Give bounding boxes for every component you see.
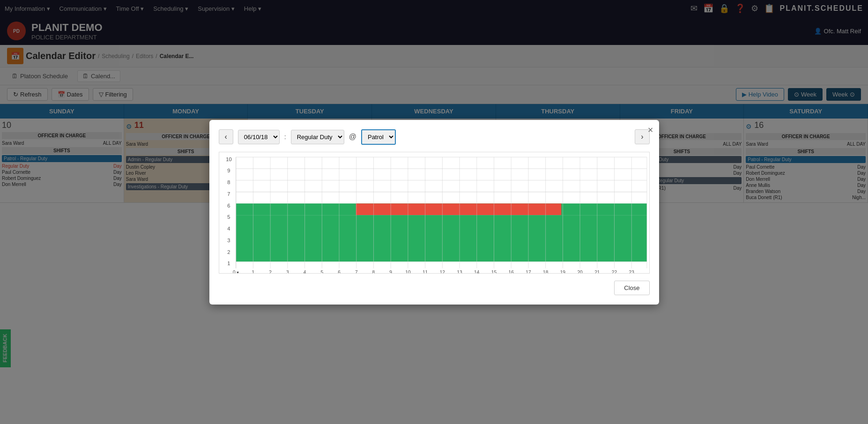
y-label-8: 8 bbox=[227, 179, 230, 185]
modal-footer: Close bbox=[219, 281, 650, 295]
modal-duty-select[interactable]: Regular Duty bbox=[291, 130, 344, 144]
x-label-11: 11 bbox=[422, 270, 428, 273]
modal-prev-button[interactable]: ‹ bbox=[219, 129, 233, 144]
x-label-7: 7 bbox=[355, 270, 357, 273]
x-label-3: 3 bbox=[286, 270, 289, 273]
colon-separator: : bbox=[284, 133, 286, 141]
y-label-1: 1 bbox=[227, 260, 230, 266]
staffing-chart: 10 9 8 7 6 5 4 3 2 1 bbox=[219, 152, 650, 274]
staffing-chart-modal: × ‹ 06/10/18 : Regular Duty @ Patrol › 1… bbox=[209, 120, 659, 305]
x-label-23: 23 bbox=[629, 270, 634, 273]
red-overlay-row6 bbox=[356, 203, 561, 215]
x-label-19: 19 bbox=[560, 270, 565, 273]
x-label-8: 8 bbox=[372, 270, 375, 273]
modal-close-x-button[interactable]: × bbox=[648, 125, 653, 135]
x-label-2: 2 bbox=[269, 270, 272, 273]
x-label-10: 10 bbox=[405, 270, 411, 273]
y-label-6: 6 bbox=[227, 202, 230, 208]
x-label-12: 12 bbox=[439, 270, 445, 273]
y-label-3: 3 bbox=[227, 237, 230, 243]
at-symbol: @ bbox=[349, 133, 356, 141]
x-label-16: 16 bbox=[508, 270, 514, 273]
modal-close-button[interactable]: Close bbox=[614, 281, 649, 295]
x-label-15: 15 bbox=[491, 270, 497, 273]
modal-date-select[interactable]: 06/10/18 bbox=[238, 130, 280, 144]
x-label-13: 13 bbox=[457, 270, 462, 273]
x-label-6: 6 bbox=[338, 270, 341, 273]
modal-header: ‹ 06/10/18 : Regular Duty @ Patrol › bbox=[219, 129, 650, 145]
y-label-5: 5 bbox=[227, 214, 230, 220]
x-label-14: 14 bbox=[474, 270, 480, 273]
modal-location-select[interactable]: Patrol bbox=[361, 129, 396, 145]
chart-svg: 10 9 8 7 6 5 4 3 2 1 bbox=[219, 152, 649, 273]
x-label-18: 18 bbox=[542, 270, 548, 273]
x-label-9: 9 bbox=[389, 270, 392, 273]
modal-next-button[interactable]: › bbox=[635, 129, 649, 144]
x-label-5: 5 bbox=[320, 270, 323, 273]
x-label-17: 17 bbox=[526, 270, 531, 273]
y-label-10: 10 bbox=[226, 156, 231, 162]
x-label-22: 22 bbox=[611, 270, 617, 273]
x-label-0: 0 ▾ bbox=[232, 270, 238, 273]
modal-overlay: × ‹ 06/10/18 : Regular Duty @ Patrol › 1… bbox=[0, 0, 868, 424]
x-label-20: 20 bbox=[577, 270, 583, 273]
green-bars-rows1-5 bbox=[236, 215, 646, 261]
x-label-4: 4 bbox=[303, 270, 306, 273]
y-label-9: 9 bbox=[227, 168, 230, 173]
y-label-7: 7 bbox=[227, 191, 230, 196]
x-label-1: 1 bbox=[252, 270, 254, 273]
y-label-4: 4 bbox=[227, 226, 230, 231]
y-label-2: 2 bbox=[227, 249, 230, 254]
x-label-21: 21 bbox=[594, 270, 600, 273]
